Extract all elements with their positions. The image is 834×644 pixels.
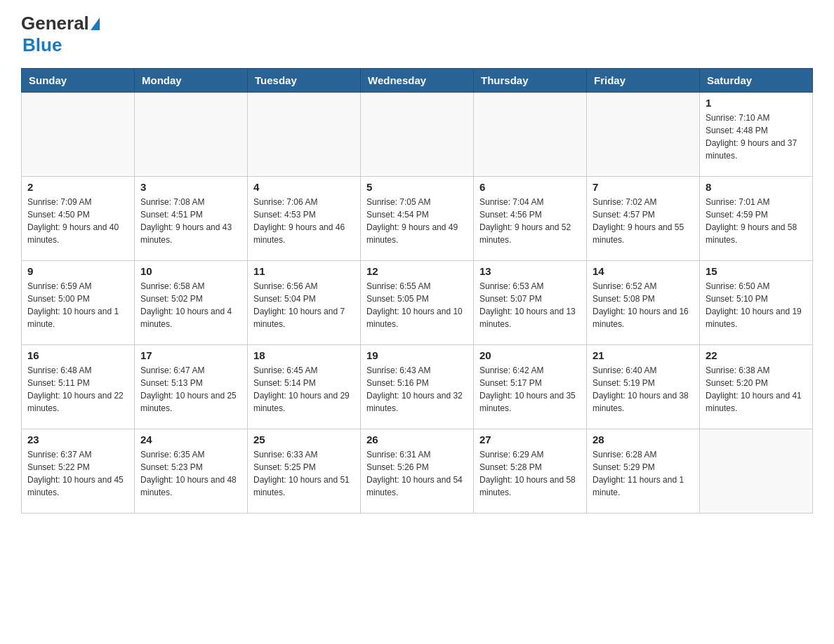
calendar-cell <box>361 92 474 176</box>
calendar-cell: 3Sunrise: 7:08 AM Sunset: 4:51 PM Daylig… <box>135 176 248 260</box>
calendar-cell <box>700 429 813 513</box>
calendar-cell: 27Sunrise: 6:29 AM Sunset: 5:28 PM Dayli… <box>474 429 587 513</box>
day-info: Sunrise: 7:08 AM Sunset: 4:51 PM Dayligh… <box>140 196 241 246</box>
calendar-cell: 17Sunrise: 6:47 AM Sunset: 5:13 PM Dayli… <box>135 344 248 429</box>
day-info: Sunrise: 7:04 AM Sunset: 4:56 PM Dayligh… <box>479 196 581 246</box>
day-info: Sunrise: 6:43 AM Sunset: 5:16 PM Dayligh… <box>366 364 468 415</box>
calendar-cell <box>474 92 587 176</box>
calendar-cell <box>587 92 700 176</box>
weekday-header-friday: Friday <box>587 68 700 92</box>
day-number: 7 <box>593 181 694 193</box>
day-info: Sunrise: 6:42 AM Sunset: 5:17 PM Dayligh… <box>479 364 581 415</box>
day-number: 3 <box>140 181 241 193</box>
calendar-cell: 14Sunrise: 6:52 AM Sunset: 5:08 PM Dayli… <box>587 260 700 344</box>
week-row-2: 2Sunrise: 7:09 AM Sunset: 4:50 PM Daylig… <box>22 176 813 260</box>
day-number: 19 <box>366 349 468 361</box>
day-info: Sunrise: 6:50 AM Sunset: 5:10 PM Dayligh… <box>706 280 807 330</box>
calendar-cell: 25Sunrise: 6:33 AM Sunset: 5:25 PM Dayli… <box>248 429 361 513</box>
day-info: Sunrise: 6:55 AM Sunset: 5:05 PM Dayligh… <box>366 280 468 330</box>
weekday-header-sunday: Sunday <box>22 68 135 92</box>
calendar-cell: 15Sunrise: 6:50 AM Sunset: 5:10 PM Dayli… <box>700 260 813 344</box>
week-row-3: 9Sunrise: 6:59 AM Sunset: 5:00 PM Daylig… <box>22 260 813 344</box>
day-info: Sunrise: 6:28 AM Sunset: 5:29 PM Dayligh… <box>593 448 694 499</box>
calendar-cell: 22Sunrise: 6:38 AM Sunset: 5:20 PM Dayli… <box>700 344 813 429</box>
day-info: Sunrise: 6:38 AM Sunset: 5:20 PM Dayligh… <box>706 364 807 415</box>
calendar-cell: 10Sunrise: 6:58 AM Sunset: 5:02 PM Dayli… <box>135 260 248 344</box>
day-info: Sunrise: 6:52 AM Sunset: 5:08 PM Dayligh… <box>593 280 694 330</box>
day-info: Sunrise: 6:59 AM Sunset: 5:00 PM Dayligh… <box>27 280 128 330</box>
calendar-cell: 20Sunrise: 6:42 AM Sunset: 5:17 PM Dayli… <box>474 344 587 429</box>
day-info: Sunrise: 6:56 AM Sunset: 5:04 PM Dayligh… <box>253 280 355 330</box>
weekday-header-saturday: Saturday <box>700 68 813 92</box>
calendar-cell: 13Sunrise: 6:53 AM Sunset: 5:07 PM Dayli… <box>474 260 587 344</box>
day-info: Sunrise: 6:29 AM Sunset: 5:28 PM Dayligh… <box>479 448 581 499</box>
day-number: 18 <box>253 349 355 361</box>
logo-triangle-icon <box>91 18 100 30</box>
day-number: 26 <box>366 434 468 445</box>
day-number: 22 <box>706 349 807 361</box>
day-number: 17 <box>140 349 241 361</box>
calendar-cell: 7Sunrise: 7:02 AM Sunset: 4:57 PM Daylig… <box>587 176 700 260</box>
calendar-cell: 2Sunrise: 7:09 AM Sunset: 4:50 PM Daylig… <box>22 176 135 260</box>
calendar-cell <box>135 92 248 176</box>
week-row-4: 16Sunrise: 6:48 AM Sunset: 5:11 PM Dayli… <box>22 344 813 429</box>
calendar-cell: 8Sunrise: 7:01 AM Sunset: 4:59 PM Daylig… <box>700 176 813 260</box>
calendar-cell: 28Sunrise: 6:28 AM Sunset: 5:29 PM Dayli… <box>587 429 700 513</box>
day-number: 2 <box>27 181 128 193</box>
calendar-cell: 9Sunrise: 6:59 AM Sunset: 5:00 PM Daylig… <box>22 260 135 344</box>
day-info: Sunrise: 6:48 AM Sunset: 5:11 PM Dayligh… <box>27 364 128 415</box>
weekday-header-wednesday: Wednesday <box>361 68 474 92</box>
calendar-cell: 26Sunrise: 6:31 AM Sunset: 5:26 PM Dayli… <box>361 429 474 513</box>
day-number: 20 <box>479 349 581 361</box>
day-number: 24 <box>140 434 241 445</box>
logo: General Blue <box>21 14 100 54</box>
day-info: Sunrise: 6:47 AM Sunset: 5:13 PM Dayligh… <box>140 364 241 415</box>
weekday-header-thursday: Thursday <box>474 68 587 92</box>
day-number: 14 <box>593 265 694 277</box>
day-number: 4 <box>253 181 355 193</box>
day-number: 9 <box>27 265 128 277</box>
calendar-cell: 6Sunrise: 7:04 AM Sunset: 4:56 PM Daylig… <box>474 176 587 260</box>
day-info: Sunrise: 7:09 AM Sunset: 4:50 PM Dayligh… <box>27 196 128 246</box>
day-number: 28 <box>593 434 694 445</box>
calendar-cell: 4Sunrise: 7:06 AM Sunset: 4:53 PM Daylig… <box>248 176 361 260</box>
day-number: 27 <box>479 434 581 445</box>
day-info: Sunrise: 6:35 AM Sunset: 5:23 PM Dayligh… <box>140 448 241 499</box>
week-row-1: 1Sunrise: 7:10 AM Sunset: 4:48 PM Daylig… <box>22 92 813 176</box>
day-number: 23 <box>27 434 128 445</box>
day-number: 13 <box>479 265 581 277</box>
logo-general: General <box>21 13 89 34</box>
calendar-cell <box>22 92 135 176</box>
day-info: Sunrise: 7:01 AM Sunset: 4:59 PM Dayligh… <box>706 196 807 246</box>
calendar-cell: 21Sunrise: 6:40 AM Sunset: 5:19 PM Dayli… <box>587 344 700 429</box>
calendar-cell: 1Sunrise: 7:10 AM Sunset: 4:48 PM Daylig… <box>700 92 813 176</box>
day-info: Sunrise: 6:37 AM Sunset: 5:22 PM Dayligh… <box>27 448 128 499</box>
day-number: 1 <box>706 97 807 109</box>
calendar-cell: 19Sunrise: 6:43 AM Sunset: 5:16 PM Dayli… <box>361 344 474 429</box>
day-number: 16 <box>27 349 128 361</box>
logo-blue: Blue <box>22 34 62 55</box>
weekday-header-row: SundayMondayTuesdayWednesdayThursdayFrid… <box>22 68 813 92</box>
calendar-cell: 16Sunrise: 6:48 AM Sunset: 5:11 PM Dayli… <box>22 344 135 429</box>
day-info: Sunrise: 7:02 AM Sunset: 4:57 PM Dayligh… <box>593 196 694 246</box>
day-number: 5 <box>366 181 468 193</box>
day-number: 21 <box>593 349 694 361</box>
day-info: Sunrise: 6:53 AM Sunset: 5:07 PM Dayligh… <box>479 280 581 330</box>
day-info: Sunrise: 7:10 AM Sunset: 4:48 PM Dayligh… <box>706 112 807 162</box>
day-info: Sunrise: 7:06 AM Sunset: 4:53 PM Dayligh… <box>253 196 355 246</box>
day-number: 6 <box>479 181 581 193</box>
week-row-5: 23Sunrise: 6:37 AM Sunset: 5:22 PM Dayli… <box>22 429 813 513</box>
day-number: 25 <box>253 434 355 445</box>
day-number: 12 <box>366 265 468 277</box>
calendar-cell: 12Sunrise: 6:55 AM Sunset: 5:05 PM Dayli… <box>361 260 474 344</box>
day-info: Sunrise: 7:05 AM Sunset: 4:54 PM Dayligh… <box>366 196 468 246</box>
weekday-header-tuesday: Tuesday <box>248 68 361 92</box>
day-info: Sunrise: 6:40 AM Sunset: 5:19 PM Dayligh… <box>593 364 694 415</box>
calendar-cell: 5Sunrise: 7:05 AM Sunset: 4:54 PM Daylig… <box>361 176 474 260</box>
calendar-cell: 23Sunrise: 6:37 AM Sunset: 5:22 PM Dayli… <box>22 429 135 513</box>
weekday-header-monday: Monday <box>135 68 248 92</box>
calendar-cell: 18Sunrise: 6:45 AM Sunset: 5:14 PM Dayli… <box>248 344 361 429</box>
day-info: Sunrise: 6:33 AM Sunset: 5:25 PM Dayligh… <box>253 448 355 499</box>
page-header: General Blue <box>21 14 813 54</box>
calendar-cell <box>248 92 361 176</box>
